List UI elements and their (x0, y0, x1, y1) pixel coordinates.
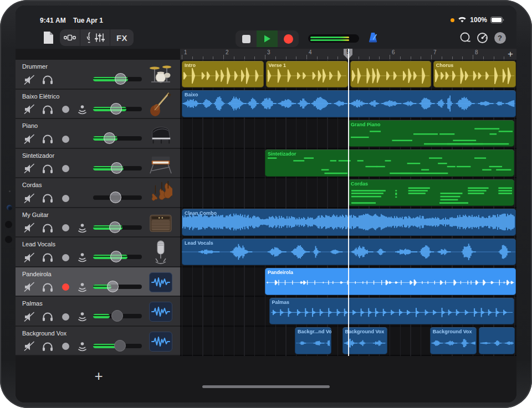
mute-button[interactable] (23, 340, 37, 353)
mute-button[interactable] (23, 310, 37, 323)
track-header-pandeirola[interactable]: Pandeirola (16, 267, 180, 297)
monitor-button[interactable] (75, 340, 89, 353)
region-palmas[interactable]: Palmas (269, 298, 515, 325)
record-enable-button[interactable] (59, 340, 72, 353)
volume-knob[interactable] (110, 192, 121, 203)
region-drummer[interactable] (350, 61, 431, 88)
volume-slider[interactable] (93, 344, 142, 348)
region-cordas[interactable]: Cordas (348, 179, 514, 206)
record-button[interactable] (278, 30, 299, 47)
headphones-button[interactable] (41, 251, 54, 264)
audio-waveform-icon[interactable] (149, 270, 172, 295)
record-enable-button[interactable] (59, 310, 72, 323)
record-enable-button[interactable] (59, 281, 72, 294)
monitor-button[interactable] (75, 221, 89, 235)
guitar-amp-image[interactable] (149, 211, 172, 235)
volume-slider[interactable] (93, 314, 142, 318)
track-header-piano[interactable]: Piano (16, 119, 180, 149)
headphones-button[interactable] (41, 340, 54, 353)
add-track-button[interactable]: + (86, 364, 111, 388)
monitor-button[interactable] (75, 103, 89, 116)
playhead-line[interactable] (348, 49, 349, 356)
region-grand-piano[interactable]: Grand Piano (348, 120, 514, 147)
volume-knob[interactable] (110, 103, 122, 115)
mute-button[interactable] (23, 221, 37, 235)
region-verse-1[interactable]: Verse 1 (266, 61, 348, 88)
microphone-image[interactable] (149, 240, 172, 265)
volume-slider[interactable] (93, 107, 142, 111)
headphones-button[interactable] (41, 281, 54, 294)
help-button[interactable]: ? (493, 30, 507, 45)
headphones-button[interactable] (41, 221, 54, 235)
track-header-background-vox[interactable]: Background Vox (16, 327, 180, 357)
monitor-button[interactable] (75, 281, 89, 294)
volume-slider[interactable] (93, 77, 142, 81)
mute-button[interactable] (23, 251, 37, 264)
audio-waveform-icon[interactable] (149, 299, 172, 324)
audio-waveform-icon[interactable] (149, 329, 172, 354)
volume-slider[interactable] (93, 195, 142, 200)
monitor-button[interactable] (75, 251, 89, 264)
play-button[interactable] (257, 30, 278, 47)
region-sintetizador[interactable]: Sintetizador (265, 149, 514, 177)
headphones-button[interactable] (41, 192, 54, 205)
mute-button[interactable] (23, 281, 37, 294)
drum-kit-image[interactable] (149, 63, 172, 87)
region-background-vox[interactable] (479, 327, 515, 354)
add-bars-button[interactable]: + (508, 49, 513, 60)
document-icon[interactable] (40, 29, 57, 46)
volume-knob[interactable] (107, 281, 119, 292)
volume-slider[interactable] (93, 225, 142, 230)
region-chorus[interactable]: Chorus (433, 61, 516, 88)
track-header-cordas[interactable]: Cordas (16, 178, 180, 208)
headphones-button[interactable] (41, 132, 54, 146)
record-enable-button[interactable] (59, 192, 72, 205)
region-backgr-nd-vox[interactable]: Backgr...nd Vox (295, 327, 331, 354)
track-header-palmas[interactable]: Palmas (16, 297, 180, 327)
track-header-lead-vocals[interactable]: Lead Vocals (16, 237, 180, 267)
record-enable-button[interactable] (59, 251, 72, 264)
headphones-button[interactable] (41, 310, 54, 323)
volume-knob[interactable] (109, 221, 121, 233)
volume-slider[interactable] (93, 255, 142, 259)
metronome-button[interactable] (366, 30, 380, 45)
headphones-button[interactable] (41, 162, 54, 175)
region-pandeirola[interactable]: Pandeirola (265, 268, 516, 295)
mute-button[interactable] (23, 192, 37, 205)
volume-knob[interactable] (114, 340, 126, 352)
mute-button[interactable] (23, 132, 37, 146)
strings-image[interactable] (149, 181, 172, 205)
mute-button[interactable] (23, 162, 37, 175)
horizontal-scrollbar[interactable] (202, 385, 330, 388)
headphones-button[interactable] (41, 73, 54, 86)
headphones-button[interactable] (41, 103, 54, 116)
grand-piano-image[interactable] (149, 122, 172, 146)
volume-slider[interactable] (93, 166, 142, 171)
loop-browser-button[interactable] (457, 30, 473, 45)
volume-knob[interactable] (104, 132, 115, 144)
volume-knob[interactable] (110, 251, 122, 262)
volume-knob[interactable] (111, 162, 122, 174)
mute-button[interactable] (23, 73, 37, 86)
synthesizer-image[interactable] (149, 152, 172, 176)
record-enable-button[interactable] (59, 162, 72, 175)
region-intro[interactable]: Intro (182, 61, 264, 88)
tracks-view-button[interactable] (60, 29, 80, 46)
track-header-drummer[interactable]: Drummer (16, 60, 180, 90)
mixer-icon[interactable] (90, 29, 110, 46)
fx-button[interactable]: FX (110, 29, 134, 46)
volume-slider[interactable] (93, 285, 142, 289)
volume-slider[interactable] (93, 136, 142, 141)
monitor-button[interactable] (75, 310, 89, 323)
region-background-vox[interactable]: Background Vox (430, 327, 477, 354)
volume-knob[interactable] (111, 310, 123, 322)
record-enable-button[interactable] (59, 103, 72, 116)
track-header-sintetizador[interactable]: Sintetizador (16, 149, 180, 179)
record-enable-button[interactable] (59, 221, 72, 235)
settings-button[interactable] (474, 30, 490, 45)
track-header-my-guitar[interactable]: My Guitar (16, 208, 180, 238)
volume-knob[interactable] (115, 73, 126, 85)
region-background-vox[interactable]: Background Vox (342, 327, 387, 354)
stop-button[interactable] (236, 30, 257, 47)
record-enable-button[interactable] (59, 132, 72, 146)
